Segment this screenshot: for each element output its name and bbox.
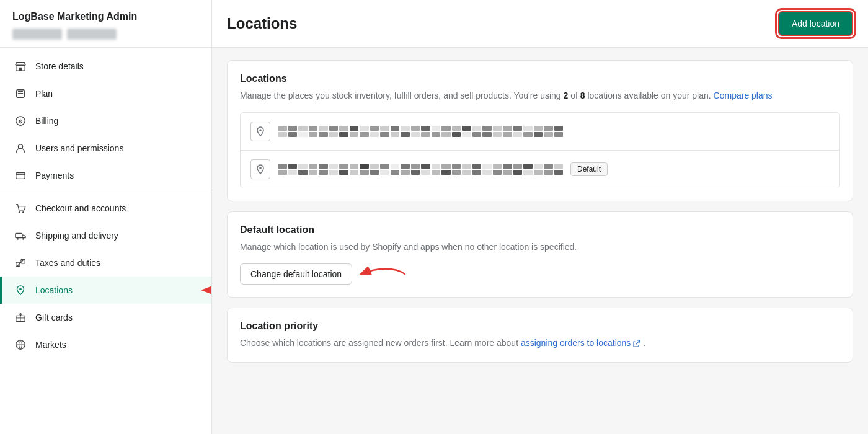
location-name-blurred-2	[278, 164, 563, 175]
svg-rect-11	[16, 233, 22, 237]
sidebar-item-billing[interactable]: $ Billing	[0, 107, 211, 135]
payments-icon	[14, 169, 27, 182]
sidebar-item-plan[interactable]: Plan	[0, 80, 211, 107]
location-item-1[interactable]	[241, 113, 839, 151]
change-default-wrapper: Change default location	[240, 264, 352, 285]
plan-icon	[14, 87, 27, 100]
sidebar-item-users-permissions[interactable]: Users and permissions	[0, 135, 211, 162]
assigning-orders-link[interactable]: assigning orders to locations	[521, 338, 631, 348]
sidebar-item-label: Checkout and accounts	[35, 203, 126, 213]
location-list: Default	[240, 112, 840, 188]
locations-card-description: Manage the places you stock inventory, f…	[240, 89, 840, 102]
priority-desc: Choose which locations are assigned new …	[240, 337, 840, 350]
shipping-icon	[14, 229, 27, 242]
avatar-blurred	[12, 29, 62, 40]
location-item-2[interactable]: Default	[241, 151, 839, 188]
users-icon	[14, 142, 27, 154]
svg-point-10	[22, 211, 24, 213]
sidebar-arrow	[198, 280, 212, 300]
locations-icon	[14, 284, 27, 296]
sidebar-item-label: Store details	[35, 61, 84, 71]
svg-rect-3	[18, 91, 23, 92]
content-area: Locations Manage the places you stock in…	[212, 48, 868, 375]
app-name: LogBase Marketing Admin	[12, 11, 199, 22]
avatar-row	[12, 29, 199, 40]
svg-rect-4	[18, 93, 23, 94]
svg-point-16	[19, 288, 22, 290]
locations-card-title: Locations	[240, 73, 840, 84]
sidebar: LogBase Marketing Admin Store details Pl…	[0, 0, 212, 434]
sidebar-item-store-details[interactable]: Store details	[0, 53, 211, 80]
gift-cards-icon	[14, 311, 27, 324]
sidebar-navigation: Store details Plan $ Billing Users and p…	[0, 48, 211, 363]
locations-card: Locations Manage the places you stock in…	[227, 60, 853, 202]
sidebar-item-checkout-accounts[interactable]: Checkout and accounts	[0, 195, 211, 222]
avatar-blurred-2	[67, 29, 117, 40]
markets-icon	[14, 339, 27, 351]
sidebar-item-shipping-delivery[interactable]: Shipping and delivery	[0, 222, 211, 249]
divider	[0, 192, 211, 192]
store-icon	[14, 60, 27, 73]
sidebar-item-label: Markets	[35, 340, 66, 350]
sidebar-item-label: Plan	[35, 89, 53, 99]
sidebar-item-locations[interactable]: Locations	[0, 277, 211, 304]
svg-rect-8	[16, 173, 25, 179]
svg-text:$: $	[19, 118, 22, 125]
change-default-location-button[interactable]: Change default location	[240, 264, 352, 285]
add-location-button[interactable]: Add location	[778, 11, 853, 36]
sidebar-item-payments[interactable]: Payments	[0, 162, 211, 189]
main-content: Locations Add location Locations Manage …	[212, 0, 868, 434]
svg-point-20	[259, 129, 262, 131]
sidebar-item-label: Payments	[35, 170, 74, 180]
sidebar-item-label: Billing	[35, 116, 58, 126]
sidebar-header: LogBase Marketing Admin	[0, 0, 211, 48]
taxes-icon	[14, 257, 27, 269]
svg-point-13	[22, 238, 24, 240]
main-header: Locations Add location	[212, 0, 868, 48]
svg-rect-1	[19, 68, 22, 71]
default-location-title: Default location	[240, 224, 840, 236]
page-title: Locations	[227, 15, 297, 32]
sidebar-item-label: Taxes and duties	[35, 258, 100, 268]
sidebar-item-label: Shipping and delivery	[35, 231, 118, 241]
add-location-wrapper: Add location	[778, 11, 853, 36]
svg-point-12	[17, 238, 19, 240]
location-priority-card: Location priority Choose which locations…	[227, 308, 853, 363]
default-location-card: Default location Manage which location i…	[227, 211, 853, 298]
location-name-blurred	[278, 126, 563, 137]
sidebar-item-label: Gift cards	[35, 312, 73, 322]
sidebar-item-markets[interactable]: Markets	[0, 331, 211, 358]
billing-icon: $	[14, 115, 27, 127]
location-pin-icon-2	[250, 159, 270, 179]
checkout-icon	[14, 202, 27, 215]
default-location-desc: Manage which location is used by Shopify…	[240, 241, 840, 254]
sidebar-item-gift-cards[interactable]: Gift cards	[0, 304, 211, 331]
location-pin-icon	[250, 122, 270, 141]
sidebar-item-label: Locations	[35, 285, 73, 295]
sidebar-item-label: Users and permissions	[35, 143, 123, 153]
default-badge: Default	[570, 162, 608, 176]
sidebar-item-taxes-duties[interactable]: Taxes and duties	[0, 249, 211, 277]
change-default-arrow	[358, 264, 408, 284]
external-link-icon	[633, 340, 640, 347]
compare-plans-link[interactable]: Compare plans	[714, 91, 773, 100]
priority-title: Location priority	[240, 321, 840, 332]
svg-point-21	[259, 167, 262, 169]
svg-point-9	[19, 211, 20, 213]
